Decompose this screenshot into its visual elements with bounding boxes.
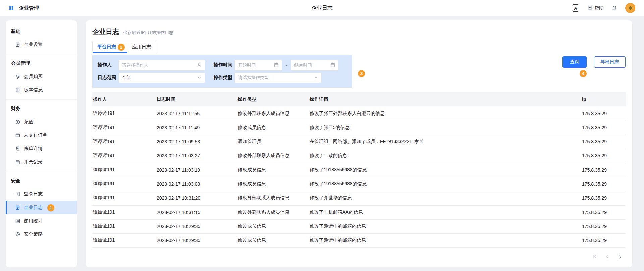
doc-icon [15,87,20,93]
sidebar-section: 会员管理会员购买版本信息 [6,54,77,99]
page-subtitle: 保存最近6个月的操作日志 [123,30,173,36]
operator-input-field[interactable] [122,63,197,68]
sidebar-item-label: 安全策略 [24,231,43,237]
table-cell: 2023-02-17 10:29:35 [157,219,238,233]
sidebar-item-invoice-records[interactable]: 开票记录 [6,155,77,169]
table-row: 谭谭谭1912023-02-17 10:29:35修改成员信息修改了邀请中的邮箱… [92,233,626,247]
table-cell: 谭谭谭191 [92,233,157,247]
scope-filter-group: 日志范围 全部 [98,72,205,83]
annotation-badge-2: 2 [118,44,125,51]
scope-select[interactable]: 全部 [118,72,205,83]
table-row: 谭谭谭1912023-02-17 11:03:19修改成员信息修改了191885… [92,163,626,177]
table-cell: 修改了19188556688的信息 [310,177,582,191]
top-bar: 企业管理 企业日志 A 帮助 [0,0,644,16]
table-cell: 175.8.35.29 [582,135,626,149]
gem-icon [15,74,20,79]
filter-area: 操作人 操作时间 ~ [92,55,626,88]
sidebar-item-unpaid-orders[interactable]: 未支付订单 [6,129,77,142]
previous-page-button[interactable] [603,252,612,261]
apps-grid-icon[interactable] [9,5,14,11]
search-button[interactable]: 查询 [562,56,587,68]
page-head: 企业日志 保存最近6个月的操作日志 [92,27,626,36]
table-cell: 谭谭谭191 [92,191,157,205]
table-cell: 谭谭谭191 [92,121,157,135]
table-cell: 修改了19188556688的信息 [310,163,582,177]
column-header: ip [582,92,626,106]
login-icon [15,191,20,197]
sidebar-item-label: 版本信息 [24,87,43,93]
range-separator: ~ [285,63,288,68]
scope-label: 日志范围 [98,75,118,81]
sidebar-item-label: 会员购买 [24,74,43,80]
sidebar-item-label: 未支付订单 [24,132,47,138]
table-cell: 在管理组「网络部」添加了成员：FF19133322211家长 [310,135,582,149]
calendar-icon [330,62,335,68]
tab-platform-logs[interactable]: 平台日志2 [93,41,127,53]
logs-table: 操作人日志时间操作类型操作详情ip 谭谭谭1912023-02-17 11:11… [92,92,626,248]
table-cell: 谭谭谭191 [92,106,157,121]
action-buttons: 查询 导出日志 [562,56,626,68]
table-cell: 修改成员信息 [238,121,310,135]
sidebar-item-label: 账单详情 [24,146,43,152]
filter-panel: 操作人 操作时间 ~ [92,55,352,88]
end-time-field[interactable] [294,63,330,68]
sidebar-section: 财务充值未支付订单账单详情开票记录 [6,99,77,172]
next-page-button[interactable] [615,252,625,261]
sidebar-item-enterprise-logs[interactable]: 企业日志1 [6,201,77,214]
coin-icon [15,119,20,125]
table-cell: 175.8.35.29 [582,121,626,135]
table-cell: 修改成员信息 [238,233,310,247]
chevron-down-icon [313,75,319,80]
doc-icon [15,205,20,210]
table-cell: 2023-02-17 11:03:27 [157,149,238,163]
start-time-input[interactable] [234,60,282,71]
sidebar-section: 安全登录日志企业日志1使用统计安全策略 [6,172,77,244]
sidebar-item-version-info[interactable]: 版本信息 [6,83,77,97]
topbar-page-title: 企业日志 [0,5,644,12]
sidebar-item-label: 开票记录 [24,159,43,165]
end-time-input[interactable] [291,60,338,71]
table-cell: 175.8.35.29 [582,191,626,205]
help-icon [587,5,593,11]
sidebar-item-recharge[interactable]: 充值 [6,115,77,129]
type-select[interactable]: 请选择操作类型 [234,72,322,83]
topbar-left: 企业管理 [9,5,39,11]
topbar-right: A 帮助 [572,3,635,13]
sidebar-item-usage-statistics[interactable]: 使用统计 [6,214,77,228]
first-page-button[interactable] [590,252,599,261]
chevron-down-icon [197,75,202,80]
type-label: 操作类型 [214,75,234,81]
sidebar-item-security-policy[interactable]: 安全策略 [6,228,77,241]
bell-icon[interactable] [612,5,617,11]
table-row: 谭谭谭1912023-02-17 10:31:20修改外部联系人成员信息修改了齐… [92,191,626,205]
start-time-field[interactable] [238,63,274,68]
table-cell: 谭谭谭191 [92,219,157,233]
table-row: 谭谭谭1912023-02-17 10:31:15修改外部联系人成员信息修改了手… [92,205,626,219]
filter-row-2: 日志范围 全部 操作类型 请选择操作类型 [98,72,346,83]
operator-input[interactable] [118,60,205,71]
translate-icon[interactable]: A [572,4,579,12]
sidebar-item-bill-details[interactable]: 账单详情 [6,142,77,155]
table-cell: 2023-02-17 11:03:19 [157,163,238,177]
table-cell: 修改外部联系人成员信息 [238,191,310,205]
export-logs-button[interactable]: 导出日志 [594,56,626,68]
time-filter-group: 操作时间 ~ [214,60,338,71]
table-cell: 谭谭谭191 [92,177,157,191]
avatar[interactable] [625,3,635,13]
stats-icon [15,218,20,224]
sidebar-item-label: 企业设置 [24,42,43,48]
table-row: 谭谭谭1912023-02-17 11:11:49修改成员信息修改了张三5的信息… [92,121,626,135]
table-cell: 2023-02-17 11:11:55 [157,106,238,121]
target-icon [15,232,20,237]
table-cell: 修改了张三外部联系人白淑云的信息 [310,106,582,121]
tab-app-logs[interactable]: 应用日志 [127,41,156,53]
help-button[interactable]: 帮助 [587,5,604,11]
sidebar-item-member-purchase[interactable]: 会员购买 [6,70,77,83]
page-title: 企业日志 [92,27,119,36]
table-cell: 修改了邀请中的邮箱的信息 [310,233,582,247]
table-cell: 175.8.35.29 [582,149,626,163]
table-cell: 2023-02-17 11:09:53 [157,135,238,149]
sidebar-item-enterprise-settings[interactable]: 企业设置 [6,38,77,51]
table-cell: 修改了张三5的信息 [310,121,582,135]
sidebar-item-login-logs[interactable]: 登录日志 [6,187,77,201]
